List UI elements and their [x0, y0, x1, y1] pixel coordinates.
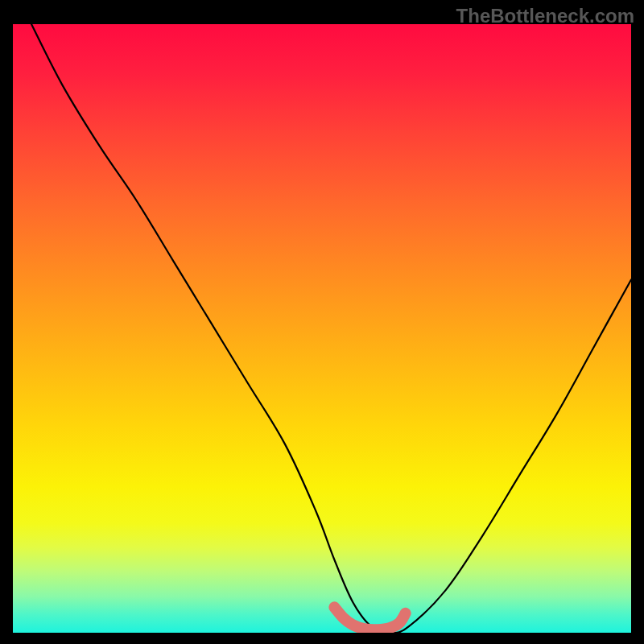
- chart-svg: [13, 24, 631, 633]
- bottleneck-curve-line: [31, 24, 631, 633]
- optimal-range-marker-line: [334, 607, 405, 630]
- chart-container: TheBottleneck.com: [0, 0, 644, 644]
- plot-area: [13, 24, 631, 633]
- watermark-text: TheBottleneck.com: [456, 5, 634, 27]
